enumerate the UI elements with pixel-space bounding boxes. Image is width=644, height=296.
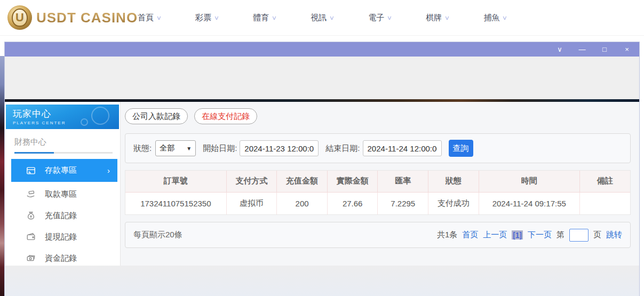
cell-order-no: 1732411075152350 [125, 192, 226, 214]
nav-item-live[interactable]: 視訊 ∨ [311, 13, 334, 23]
records-table: 訂單號 支付方式 充值金額 實際金額 匯率 狀態 時間 備註 173241107 [125, 171, 630, 214]
nav-item-home[interactable]: 首頁 ∨ [138, 13, 161, 23]
banknotes-icon [26, 253, 36, 263]
window-close-icon[interactable]: × [623, 46, 631, 53]
status-label: 狀態: [133, 143, 152, 154]
col-time: 時間 [479, 171, 579, 192]
nav-item-cards[interactable]: 棋牌 ∨ [426, 13, 449, 23]
gamepad-watermark [91, 107, 109, 125]
nav-item-fishing[interactable]: 捕魚 ∨ [483, 13, 507, 23]
money-bag-icon [26, 211, 36, 220]
jump-go-link[interactable]: 跳转 [606, 230, 622, 240]
cell-rate: 7.2295 [378, 192, 428, 214]
content-area: 公司入款記錄 在線支付記錄 狀態: 全部 ▼ 開始日期: 結束日期: 查詢 [121, 102, 639, 266]
sidebar-item-withdrawal-record[interactable]: 提現記錄 [11, 226, 117, 247]
brand-logo[interactable]: U USDT CASINO [7, 5, 138, 30]
select-caret-icon: ▼ [186, 146, 192, 151]
sidebar-item-label: 資金記錄 [45, 253, 77, 263]
sidebar-menu: 存款專區 › 取款專區 充值記錄 [5, 159, 120, 269]
cell-actual-amount: 27.66 [327, 192, 378, 214]
chevron-down-icon: ∨ [329, 14, 335, 21]
window-footer-band [5, 266, 639, 296]
chevron-down-icon: ∨ [214, 14, 219, 21]
total-count: 共1条 [437, 230, 457, 240]
jump-label-pre: 第 [556, 230, 565, 240]
chevron-right-icon: › [107, 166, 110, 175]
chevron-down-icon: ∨ [502, 14, 507, 21]
wallet-icon [26, 232, 36, 242]
end-date-input[interactable] [363, 140, 442, 156]
deposit-card-icon [26, 166, 36, 175]
sidebar-item-funds-record[interactable]: 資金記錄 [11, 247, 117, 269]
pagination-controls: 共1条 首页 上一页 [1] 下一页 第 页 跳转 [437, 229, 622, 242]
brand-logo-icon: U [7, 5, 32, 30]
window-maximize-icon[interactable]: □ [601, 46, 608, 53]
cell-status: 支付成功 [428, 192, 479, 214]
finance-center-label: 財務中心 [14, 137, 120, 147]
nav-item-slots[interactable]: 電子 ∨ [368, 13, 392, 23]
end-date-label: 結束日期: [325, 143, 360, 154]
cell-recharge-amount: 200 [277, 192, 328, 214]
table-row: 1732411075152350 虚拟币 200 27.66 7.2295 支付… [125, 192, 630, 214]
window-titlebar: ∨ — □ × [5, 42, 639, 57]
record-tabs: 公司入款記錄 在線支付記錄 [125, 108, 631, 124]
nav-item-sports[interactable]: 體育 ∨ [253, 13, 276, 23]
page-jump-input[interactable] [569, 229, 589, 242]
records-table-panel: 訂單號 支付方式 充值金額 實際金額 匯率 狀態 時間 備註 173241107 [125, 170, 631, 215]
cell-remark [579, 192, 630, 214]
sidebar-item-label: 提現記錄 [45, 232, 77, 242]
sidebar-item-withdraw[interactable]: 取款專區 [11, 183, 117, 205]
sidebar-item-label: 充值記錄 [45, 211, 77, 221]
start-date-label: 開始日期: [203, 143, 237, 154]
col-rate: 匯率 [378, 171, 428, 192]
start-date-input[interactable] [240, 140, 319, 156]
chevron-down-icon: ∨ [156, 14, 162, 21]
chevron-down-icon: ∨ [272, 14, 277, 21]
chevron-down-icon: ∨ [387, 14, 392, 21]
background-photo-strip [0, 56, 4, 296]
col-pay-method: 支付方式 [226, 171, 277, 192]
tab-online-payment-record[interactable]: 在線支付記錄 [194, 108, 257, 124]
col-order-no: 訂單號 [125, 171, 226, 192]
sidebar: 玩家中心 PLAYERS CENTER 財務中心 存款專區 › [5, 102, 121, 266]
table-header-row: 訂單號 支付方式 充值金額 實際金額 匯率 狀態 時間 備註 [125, 171, 630, 192]
search-button[interactable]: 查詢 [449, 140, 473, 157]
brand-name: USDT CASINO [36, 10, 138, 26]
per-page-label: 每頁顯示20條 [133, 230, 182, 240]
col-status: 狀態 [428, 171, 479, 192]
prev-page-link[interactable]: 上一页 [483, 230, 507, 240]
first-page-link[interactable]: 首页 [462, 230, 478, 240]
top-navigation-bar: U USDT CASINO 首頁 ∨ 彩票 ∨ 體育 ∨ 視訊 ∨ 電子 ∨ 棋… [0, 0, 644, 36]
sidebar-item-deposit[interactable]: 存款專區 › [11, 159, 117, 182]
next-page-link[interactable]: 下一页 [528, 230, 552, 240]
nav-item-lottery[interactable]: 彩票 ∨ [195, 13, 219, 23]
sidebar-item-label: 存款專區 [45, 165, 77, 175]
withdraw-hand-icon [26, 189, 36, 199]
filter-panel: 狀態: 全部 ▼ 開始日期: 結束日期: 查詢 [125, 133, 631, 163]
cell-time: 2024-11-24 09:17:55 [479, 192, 579, 214]
gamepad-watermark [81, 118, 88, 126]
col-remark: 備註 [579, 171, 630, 192]
player-center-window: ∨ — □ × 玩家中心 PLAYERS CENTER 財務中心 [4, 42, 640, 296]
cell-pay-method: 虚拟币 [226, 192, 277, 214]
sidebar-item-label: 取款專區 [45, 189, 77, 199]
section-underline [14, 152, 113, 154]
tab-company-deposit-record[interactable]: 公司入款記錄 [125, 108, 188, 124]
sidebar-item-recharge-record[interactable]: 充值記錄 [11, 205, 117, 226]
status-select[interactable]: 全部 ▼ [155, 140, 196, 156]
pagination-panel: 每頁顯示20條 共1条 首页 上一页 [1] 下一页 第 页 跳转 [125, 222, 631, 248]
main-nav: 首頁 ∨ 彩票 ∨ 體育 ∨ 視訊 ∨ 電子 ∨ 棋牌 ∨ 捕魚 ∨ [138, 0, 541, 36]
window-minimize-icon[interactable]: — [578, 46, 586, 53]
window-dropdown-icon[interactable]: ∨ [556, 46, 563, 53]
players-center-header: 玩家中心 PLAYERS CENTER [6, 105, 119, 129]
col-recharge-amount: 充值金額 [277, 171, 328, 192]
current-page-badge: [1] [512, 230, 523, 239]
col-actual-amount: 實際金額 [327, 171, 378, 192]
status-select-value: 全部 [160, 143, 174, 153]
jump-label-post: 页 [593, 230, 601, 240]
logo-letter: U [12, 9, 28, 27]
window-chrome-band [5, 57, 639, 99]
chevron-down-icon: ∨ [444, 14, 450, 21]
